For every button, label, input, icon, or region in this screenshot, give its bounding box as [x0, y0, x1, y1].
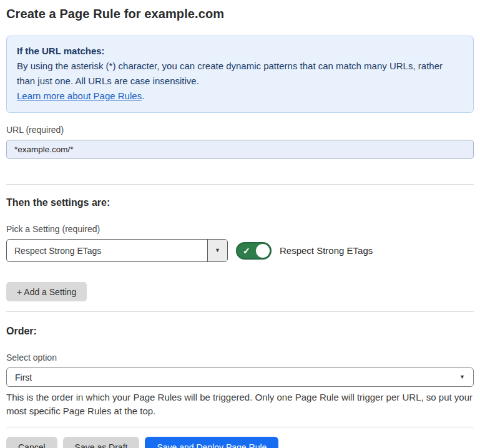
toggle-label: Respect Strong ETags: [280, 245, 373, 256]
order-section-heading: Order:: [6, 326, 474, 337]
add-setting-button[interactable]: + Add a Setting: [6, 282, 87, 301]
url-input[interactable]: [6, 140, 474, 159]
footer-actions: Cancel Save as Draft Save and Deploy Pag…: [6, 437, 474, 448]
save-deploy-button[interactable]: Save and Deploy Page Rule: [145, 437, 278, 448]
create-page-rule-form: Create a Page Rule for example.com If th…: [0, 0, 480, 448]
divider: [6, 427, 474, 427]
divider: [6, 184, 474, 185]
order-help-text: This is the order in which your Page Rul…: [6, 391, 474, 417]
page-title: Create a Page Rule for example.com: [6, 7, 474, 21]
learn-more-link[interactable]: Learn more about Page Rules: [17, 90, 142, 101]
settings-section-heading: Then the settings are:: [6, 197, 474, 208]
order-select-value: First: [15, 373, 32, 382]
url-field-label: URL (required): [6, 125, 474, 135]
order-select[interactable]: First ▼: [6, 368, 474, 387]
setting-select-value: Respect Strong ETags: [7, 240, 207, 261]
cancel-button[interactable]: Cancel: [6, 437, 57, 448]
pick-setting-label: Pick a Setting (required): [6, 224, 474, 234]
setting-row: Respect Strong ETags ▼ ✓ Respect Strong …: [6, 239, 474, 262]
divider: [6, 311, 474, 312]
save-draft-button[interactable]: Save as Draft: [63, 437, 140, 448]
check-icon: ✓: [243, 246, 250, 256]
info-box-body: By using the asterisk (*) character, you…: [17, 59, 463, 89]
url-match-info-box: If the URL matches: By using the asteris…: [6, 36, 474, 113]
setting-select[interactable]: Respect Strong ETags ▼: [6, 239, 228, 262]
toggle-knob: [256, 244, 270, 258]
chevron-down-icon: ▼: [215, 248, 220, 253]
info-box-heading: If the URL matches:: [17, 44, 463, 59]
setting-select-arrow-button[interactable]: ▼: [207, 240, 227, 261]
setting-toggle[interactable]: ✓: [236, 242, 272, 260]
order-select-label: Select option: [6, 353, 474, 363]
link-suffix: .: [142, 90, 144, 101]
info-box-link-line: Learn more about Page Rules.: [17, 89, 463, 104]
chevron-down-icon: ▼: [459, 374, 465, 380]
